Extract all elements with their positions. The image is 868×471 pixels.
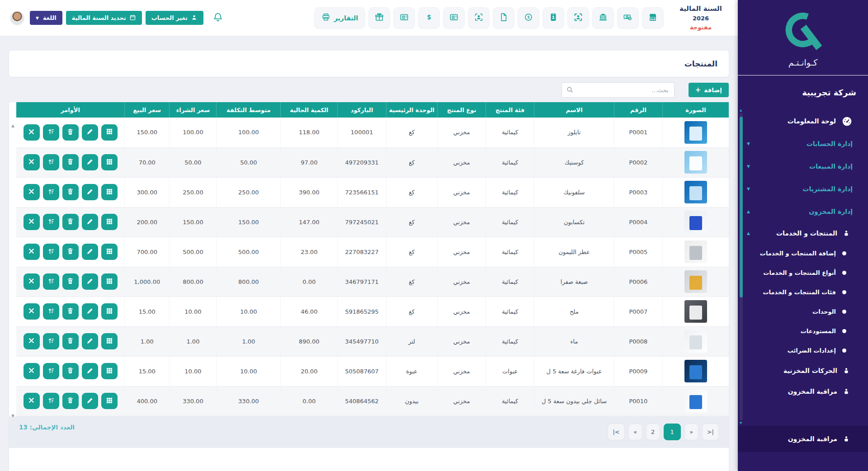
tools-button[interactable] [24,184,40,200]
delete-button[interactable] [62,154,79,170]
dollar-button[interactable]: $ [418,7,440,29]
store-button[interactable] [642,7,664,29]
sidebar-scrollbar[interactable] [740,113,743,420]
grid-view-button[interactable] [101,393,118,409]
delete-button[interactable] [62,124,79,141]
sidebar-item-inventory[interactable]: إدارة المخزون ▲ [738,200,868,223]
sidebar-item-units[interactable]: الوحدات [738,302,868,321]
delete-button[interactable] [62,333,79,349]
sidebar-item-stock-movements[interactable]: الحركات المخزنية [738,360,868,381]
pagination-last-button[interactable]: >| [702,424,719,440]
edit-button[interactable] [82,333,98,349]
column-header-name[interactable]: الاسم [534,102,614,118]
edit-button[interactable] [82,273,98,290]
edit-button[interactable] [82,124,98,141]
invoice-card-button[interactable] [393,7,415,29]
language-button[interactable]: اللغة ▼ [30,11,62,25]
delete-button[interactable] [62,273,79,290]
sidebar-item-product-categories[interactable]: فئات المنتجات و الخدمات [738,283,868,302]
column-header-type[interactable]: نوع المنتج [437,102,486,118]
grid-view-button[interactable] [101,124,118,141]
column-header-avg-cost[interactable]: متوسط التكلفة [217,102,281,118]
bank-button[interactable] [592,7,614,29]
sort-movements-button[interactable] [43,124,59,141]
grid-view-button[interactable] [101,363,118,379]
search-input[interactable] [561,82,675,98]
avatar[interactable] [10,11,24,25]
notifications-button[interactable] [212,12,223,24]
sort-movements-button[interactable] [43,273,59,290]
gift-button[interactable] [368,7,390,29]
delete-button[interactable] [62,214,79,230]
grid-view-button[interactable] [101,214,118,230]
sidebar-item-stock-monitoring[interactable]: مراقبة المخزون [738,381,868,402]
edit-button[interactable] [82,184,98,200]
document-button[interactable] [493,7,514,29]
column-header-sell-price[interactable]: سعر البيع [125,102,170,118]
sidebar-item-warehouses[interactable]: المستودعات [738,321,868,341]
pagination-prev-button[interactable]: « [628,424,642,440]
pagination-page-1-button[interactable]: 1 [664,424,681,440]
pagination-next-button[interactable]: » [684,424,698,440]
sidebar-item-product-types[interactable]: أنواع المنتجات و الخدمات [738,263,868,283]
sidebar-item-purchases[interactable]: إدارة المشتريات ▼ [738,178,868,200]
column-header-quantity[interactable]: الكمية الحالية [281,102,338,118]
sidebar-item-sales[interactable]: إدارة المبيعات ▼ [738,155,868,178]
edit-button[interactable] [82,363,98,379]
grid-view-button[interactable] [101,244,118,260]
column-header-image[interactable]: الصورة [662,102,729,118]
add-product-button[interactable]: إضافة + [689,83,729,97]
customer-scan-button[interactable] [567,7,589,29]
pagination-page-2-button[interactable]: 2 [646,424,660,440]
edit-button[interactable] [82,303,98,320]
table-scroll-down-icon[interactable]: ▼ [11,414,14,418]
delete-button[interactable] [62,184,79,200]
tools-button[interactable] [24,244,40,260]
grid-view-button[interactable] [101,273,118,290]
column-header-unit[interactable]: الوحدة الرئيسية [386,102,437,118]
sidebar-item-products-services[interactable]: المنتجات و الخدمات ▲ [738,223,868,244]
edit-button[interactable] [82,393,98,409]
sort-movements-button[interactable] [43,363,59,379]
sort-movements-button[interactable] [43,393,59,409]
select-financial-year-button[interactable]: تحديد السنة المالية [66,11,142,25]
sort-movements-button[interactable] [43,244,59,260]
grid-view-button[interactable] [101,154,118,170]
delete-button[interactable] [62,393,79,409]
delete-button[interactable] [62,303,79,320]
sidebar-scroll-down-icon[interactable]: ▼ [740,422,742,425]
money-button[interactable]: $ [617,7,639,29]
sidebar-item-stock-monitoring-bottom[interactable]: مراقبة المخزون [738,426,868,452]
pagination-first-button[interactable]: |< [608,424,624,440]
user-frame-button[interactable] [468,7,490,29]
edit-button[interactable] [82,154,98,170]
sort-movements-button[interactable] [43,184,59,200]
sort-movements-button[interactable] [43,214,59,230]
sidebar-item-add-products[interactable]: إضافة المنتجات و الخدمات [738,244,868,263]
contact-card-button[interactable] [542,7,564,29]
table-scroll-up-icon[interactable]: ▲ [11,124,14,128]
delete-button[interactable] [62,363,79,379]
tools-button[interactable] [24,214,40,230]
column-header-id[interactable]: الرقم [614,102,662,118]
voucher-button[interactable] [443,7,465,29]
tools-button[interactable] [24,333,40,349]
sidebar-scroll-up-icon[interactable]: ▲ [740,109,742,112]
tools-button[interactable] [24,273,40,290]
column-header-buy-price[interactable]: سعر الشراء [170,102,217,118]
sort-movements-button[interactable] [43,154,59,170]
sidebar-item-dashboard[interactable]: لوحة المعلومات [738,110,868,132]
sidebar-scrollbar-thumb[interactable] [740,117,743,297]
coin-button[interactable]: $ [518,7,539,29]
column-header-barcode[interactable]: الباركود [338,102,386,118]
tools-button[interactable] [24,363,40,379]
grid-view-button[interactable] [101,184,118,200]
edit-button[interactable] [82,214,98,230]
sort-movements-button[interactable] [43,303,59,320]
tools-button[interactable] [24,393,40,409]
tools-button[interactable] [24,303,40,320]
sort-movements-button[interactable] [43,333,59,349]
grid-view-button[interactable] [101,303,118,320]
sidebar-item-accounts[interactable]: إدارة الحسابات ▼ [738,132,868,155]
sidebar-item-tax-settings[interactable]: إعدادات الضرائب [738,341,868,360]
